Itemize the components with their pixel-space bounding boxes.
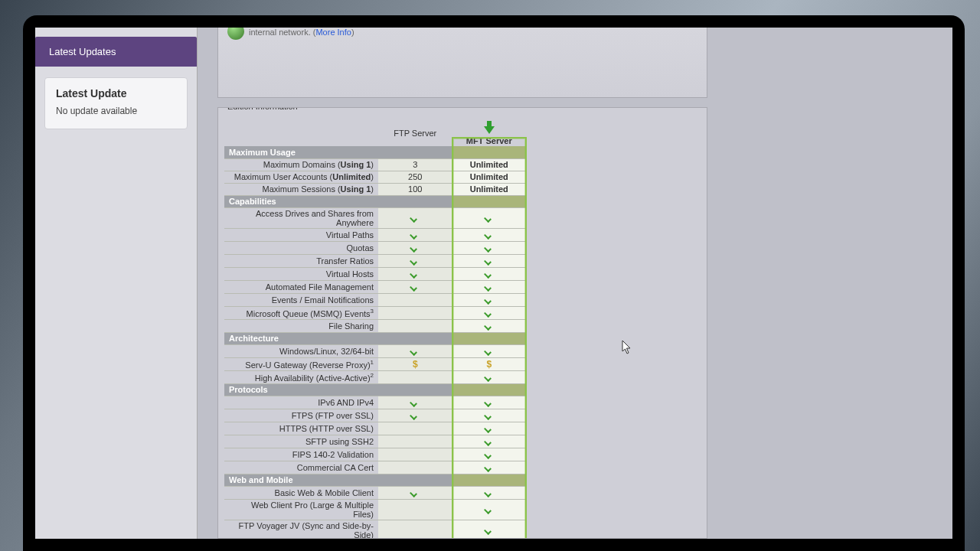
row-label: HTTPS (HTTP over SSL) (224, 422, 378, 435)
mft-cell: $ (452, 357, 527, 370)
mft-cell (452, 461, 527, 474)
row-label: IPv6 AND IPv4 (224, 396, 378, 409)
row-label: File Sharing (224, 319, 378, 332)
ftp-cell (378, 241, 452, 254)
latest-update-card: Latest Update No update available (44, 77, 188, 129)
mft-cell (452, 280, 527, 293)
row-label: Virtual Paths (224, 228, 378, 241)
gateway-text-prefix: internal network. ( (249, 28, 315, 37)
app-window: Latest Updates Latest Update No update a… (35, 28, 952, 539)
table-row: FIPS 140-2 Validation (224, 448, 526, 461)
section-title: Web and Mobile (224, 474, 452, 486)
mft-cell (452, 207, 527, 228)
ftp-cell (378, 207, 452, 228)
fieldset-legend: Edition Information (224, 107, 301, 111)
table-row: Access Drives and Shares from Anywhere (224, 207, 526, 228)
row-label: Basic Web & Mobile Client (224, 486, 378, 499)
check-icon (410, 213, 420, 222)
ftp-cell (378, 254, 452, 267)
check-icon (484, 308, 495, 317)
check-icon (410, 410, 420, 419)
section-title: Protocols (224, 383, 452, 396)
check-icon (484, 213, 495, 222)
more-info-link[interactable]: More Info (315, 28, 351, 37)
card-body: No update available (56, 106, 176, 116)
check-icon (484, 295, 495, 304)
row-label: Automated File Management (224, 280, 378, 293)
row-label: Web Client Pro (Large & Multiple Files) (224, 499, 378, 520)
check-icon (484, 282, 495, 291)
check-icon (410, 256, 420, 265)
ftp-cell (378, 435, 452, 448)
table-row: File Sharing (224, 319, 526, 332)
row-label: Serv-U Gateway (Reverse Proxy)1 (224, 357, 378, 370)
arrow-down-icon (484, 126, 495, 134)
table-row: Microsoft Queue (MSMQ) Events3 (224, 306, 526, 319)
row-label: SFTP using SSH2 (224, 435, 378, 448)
ftp-cell (378, 280, 452, 293)
dollar-icon: $ (486, 359, 492, 370)
check-icon (484, 230, 495, 239)
table-row: Basic Web & Mobile Client (224, 486, 526, 499)
table-row: Quotas (224, 241, 526, 254)
table-row: IPv6 AND IPv4 (224, 396, 526, 409)
mft-cell (452, 344, 527, 357)
check-icon (484, 256, 495, 265)
table-row: High Availability (Active-Active)2 (224, 370, 526, 383)
table-row: Automated File Management (224, 280, 526, 293)
ftp-cell: $ (378, 357, 452, 370)
check-icon (484, 525, 495, 534)
mft-cell (452, 254, 527, 267)
ftp-cell (378, 520, 452, 539)
table-row: HTTPS (HTTP over SSL) (224, 422, 526, 435)
check-icon (484, 372, 495, 381)
row-label: Microsoft Queue (MSMQ) Events3 (224, 306, 378, 319)
check-icon (484, 462, 495, 471)
ftp-cell (378, 370, 452, 383)
mft-cell (452, 486, 527, 499)
gateway-info-box: internal network. (More Info) (217, 28, 707, 98)
section-header-row: Protocols (224, 383, 526, 396)
ftp-cell (378, 461, 452, 474)
ftp-cell (378, 499, 452, 520)
row-label: Maximum Sessions (Using 1) (224, 183, 378, 195)
gateway-text: internal network. (More Info) (249, 28, 354, 37)
table-row: Maximum User Accounts (Unlimited)250Unli… (224, 171, 526, 183)
row-label: FIPS 140-2 Validation (224, 448, 378, 461)
ftp-cell (378, 293, 452, 306)
row-label: Virtual Hosts (224, 267, 378, 280)
mft-cell (452, 448, 527, 461)
edition-info-fieldset: Edition Information FTP Server MFT Serve… (217, 107, 707, 539)
check-icon (484, 504, 495, 514)
table-header-row: FTP Server MFT Server (224, 120, 526, 146)
mft-cell (452, 520, 527, 539)
check-icon (484, 346, 495, 355)
mft-cell (452, 499, 527, 520)
column-mft-header: MFT Server (452, 120, 527, 146)
check-icon (484, 269, 495, 278)
mft-cell (452, 435, 527, 448)
table-row: Maximum Domains (Using 1)3Unlimited (224, 158, 526, 171)
main-area: internal network. (More Info) Edition In… (198, 28, 952, 539)
table-row: Serv-U Gateway (Reverse Proxy)1$$ (224, 357, 526, 370)
ftp-cell: 100 (378, 183, 452, 195)
gateway-text-suffix: ) (351, 28, 354, 37)
mft-cell (452, 409, 527, 422)
row-label: Maximum User Accounts (Unlimited) (224, 171, 378, 183)
ftp-cell (378, 396, 452, 409)
mft-cell: Unlimited (452, 158, 527, 171)
check-icon (484, 436, 495, 445)
row-label: FTPS (FTP over SSL) (224, 409, 378, 422)
check-icon (410, 230, 420, 239)
check-icon (484, 423, 495, 432)
row-label: Windows/Linux, 32/64-bit (224, 344, 378, 357)
row-label: Quotas (224, 241, 378, 254)
edition-table: FTP Server MFT Server Maximum UsageMaxim… (224, 120, 526, 539)
section-header-row: Maximum Usage (224, 146, 526, 158)
mft-cell (452, 293, 527, 306)
column-mft-label: MFT Server (466, 136, 512, 145)
ftp-cell (378, 319, 452, 332)
mft-cell (452, 319, 527, 332)
section-title: Architecture (224, 332, 452, 344)
table-row: Windows/Linux, 32/64-bit (224, 344, 526, 357)
